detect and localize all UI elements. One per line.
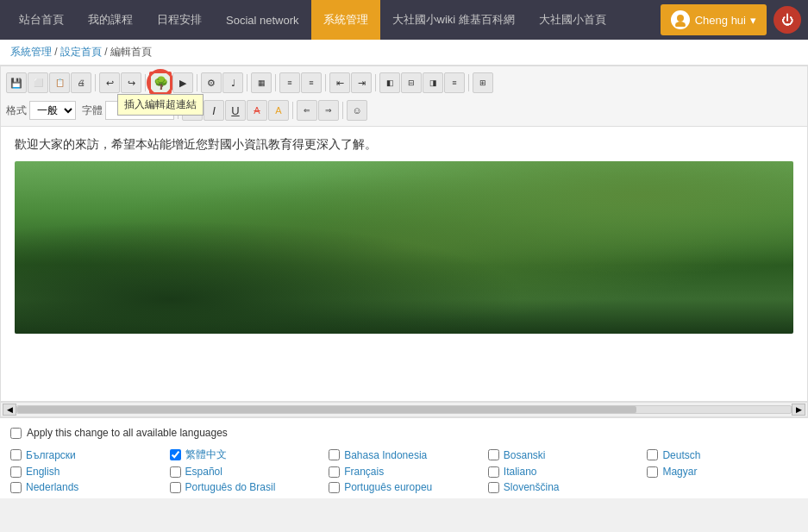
unordered-list-button[interactable]: ≡ <box>279 72 300 93</box>
lang-checkbox-português-do-brasil[interactable] <box>170 482 181 493</box>
apply-all-label[interactable]: Apply this change to all available langu… <box>27 427 228 439</box>
outdent-icon: ⇤ <box>336 78 344 89</box>
strikethrough-button[interactable]: A <box>247 100 267 121</box>
horizontal-scrollbar[interactable]: ◀ ▶ <box>0 402 808 417</box>
lang-item: Nederlands <box>10 481 161 493</box>
apply-all-checkbox[interactable] <box>10 428 22 439</box>
lang-label[interactable]: Português do Brasil <box>185 481 276 493</box>
lang-item: Italiano <box>488 466 639 478</box>
audio-button[interactable]: ♩ <box>222 72 243 93</box>
breadcrumb-admin[interactable]: 系統管理 <box>10 46 52 58</box>
lang-label[interactable]: Bahasa Indonesia <box>344 449 427 461</box>
lang-item: Español <box>170 466 321 478</box>
lang-label[interactable]: English <box>26 466 60 478</box>
sep2 <box>145 74 146 91</box>
insert-media-button[interactable]: ▶ <box>172 72 193 93</box>
italic-button[interactable]: I <box>204 100 224 121</box>
sep1 <box>95 74 96 91</box>
format-select[interactable]: 一般 <box>29 101 76 120</box>
nav-schedule[interactable]: 日程安排 <box>145 0 214 40</box>
rtl-button[interactable]: ⇒ <box>318 100 339 121</box>
table-icon: ▦ <box>258 78 266 87</box>
sep5 <box>275 74 276 91</box>
nav-school[interactable]: 大社國小首頁 <box>527 0 618 40</box>
settings-button[interactable]: ⚙ <box>201 72 222 93</box>
sep7 <box>375 74 376 91</box>
lang-checkbox-slovenščina[interactable] <box>488 482 499 493</box>
lang-checkbox-bahasa-indonesia[interactable] <box>329 449 340 460</box>
justify-button[interactable]: ≡ <box>444 72 465 93</box>
lang-checkbox-english[interactable] <box>10 466 22 478</box>
scroll-track[interactable] <box>16 405 792 414</box>
nav-admin[interactable]: 系統管理 <box>311 0 380 40</box>
lang-checkbox-magyar[interactable] <box>647 466 658 478</box>
lang-label[interactable]: Français <box>344 466 384 478</box>
align-right-icon: ◨ <box>429 78 437 87</box>
lang-checkbox-bosanski[interactable] <box>488 449 499 460</box>
font-select[interactable] <box>105 101 174 120</box>
sep6 <box>325 74 326 91</box>
redo-button[interactable]: ↪ <box>121 72 141 93</box>
lang-checkbox-nederlands[interactable] <box>10 482 22 493</box>
print-button[interactable]: 🖨 <box>71 72 91 93</box>
scroll-left-button[interactable]: ◀ <box>3 404 16 416</box>
align-left-button[interactable]: ◧ <box>379 72 400 93</box>
lang-label[interactable]: Português europeu <box>344 481 432 493</box>
lang-label[interactable]: Български <box>26 449 76 461</box>
lang-label[interactable]: 繁體中文 <box>185 448 227 462</box>
special-char-button[interactable]: ⊞ <box>473 72 493 93</box>
new-doc-button[interactable]: ⬜ <box>28 72 48 93</box>
lang-checkbox-français[interactable] <box>329 466 340 478</box>
lang-checkbox-български[interactable] <box>10 449 22 460</box>
align-right-button[interactable]: ◨ <box>423 72 443 93</box>
bold-icon: B <box>188 104 196 117</box>
align-center-button[interactable]: ⊟ <box>401 72 422 93</box>
lang-label[interactable]: Bosanski <box>504 449 546 461</box>
scroll-thumb[interactable] <box>17 406 636 413</box>
power-icon: ⏻ <box>781 13 793 27</box>
save-button[interactable]: 💾 <box>6 72 27 93</box>
templates-button[interactable]: 📋 <box>49 72 70 93</box>
lang-label[interactable]: Magyar <box>662 466 697 478</box>
lang-checkbox-português-europeu[interactable] <box>329 482 340 493</box>
lang-item: Português do Brasil <box>170 481 321 493</box>
lang-label[interactable]: Deutsch <box>662 449 700 461</box>
undo-button[interactable]: ↩ <box>99 72 120 93</box>
user-menu[interactable]: Cheng hui ▾ <box>661 4 767 35</box>
underline-button[interactable]: U <box>225 100 246 121</box>
audio-icon: ♩ <box>231 78 235 89</box>
lang-checkbox-italiano[interactable] <box>488 466 499 478</box>
italic-icon: I <box>212 104 216 117</box>
insert-link-button[interactable]: 🌳 <box>149 72 172 94</box>
ltr-button[interactable]: ⇐ <box>297 100 317 121</box>
lang-label[interactable]: Italiano <box>504 466 537 478</box>
ordered-list-button[interactable]: ≡ <box>301 72 322 93</box>
lang-checkbox-繁體中文[interactable] <box>170 449 181 460</box>
nav-home[interactable]: 站台首頁 <box>7 0 76 40</box>
indent-icon: ⇥ <box>358 78 366 89</box>
lang-label[interactable]: Slovenščina <box>504 481 560 493</box>
username: Cheng hui <box>695 14 746 27</box>
nav-courses[interactable]: 我的課程 <box>76 0 145 40</box>
redo-icon: ↪ <box>128 78 135 89</box>
lang-checkbox-español[interactable] <box>170 466 181 478</box>
font-color-button[interactable]: A <box>268 100 289 121</box>
nav-wiki[interactable]: 大社國小wiki 維基百科網 <box>380 0 527 40</box>
emoticon-button[interactable]: ☺ <box>347 100 367 121</box>
ordered-list-icon: ≡ <box>309 78 313 87</box>
breadcrumb: 系統管理 / 設定首頁 / 編輯首頁 <box>0 40 808 66</box>
table-button[interactable]: ▦ <box>251 72 272 93</box>
settings-icon: ⚙ <box>207 78 216 89</box>
lang-label[interactable]: Español <box>185 466 222 478</box>
power-button[interactable]: ⏻ <box>774 6 801 34</box>
scroll-right-button[interactable]: ▶ <box>792 404 805 416</box>
bold-button[interactable]: B <box>182 100 203 121</box>
sep8 <box>468 74 469 91</box>
indent-button[interactable]: ⇥ <box>351 72 372 93</box>
editor-content[interactable]: 歡迎大家的來訪，希望本站能增近您對國小資訊教育得更深入了解。 <box>0 126 808 402</box>
breadcrumb-settings[interactable]: 設定首頁 <box>60 46 102 58</box>
nav-social[interactable]: Social network <box>214 0 311 40</box>
lang-label[interactable]: Nederlands <box>26 481 78 493</box>
outdent-button[interactable]: ⇤ <box>329 72 350 93</box>
lang-checkbox-deutsch[interactable] <box>647 449 658 460</box>
